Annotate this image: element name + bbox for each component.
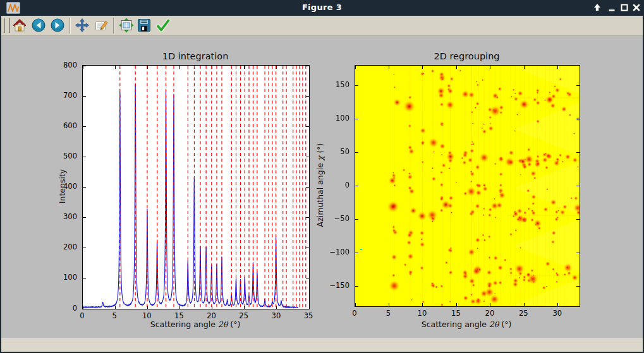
navigation-toolbar bbox=[1, 16, 643, 36]
x-tick-label: 10 bbox=[410, 309, 435, 318]
x-tick-label: 0 bbox=[342, 309, 367, 318]
x-tick-mark bbox=[456, 303, 457, 306]
y-tick-label: 150 bbox=[315, 80, 349, 90]
2d-regrouping-image bbox=[355, 66, 580, 306]
left-plot-xlabel: Scattering angle 2θ (°) bbox=[150, 320, 241, 329]
y-tick-mark bbox=[576, 219, 580, 220]
x-tick-label: 10 bbox=[134, 311, 159, 321]
y-tick-label: 500 bbox=[43, 152, 77, 161]
x-tick-label: 25 bbox=[511, 309, 536, 318]
y-tick-mark bbox=[306, 157, 309, 157]
save-floppy-icon bbox=[137, 18, 152, 33]
minimize-button[interactable] bbox=[606, 2, 617, 13]
y-tick-label: 800 bbox=[43, 61, 77, 70]
x-tick-mark bbox=[557, 66, 558, 69]
close-button[interactable] bbox=[631, 2, 642, 13]
maximize-button[interactable] bbox=[619, 2, 630, 13]
x-tick-mark bbox=[147, 66, 148, 69]
y-tick-mark bbox=[355, 286, 358, 287]
toolbar-separator bbox=[113, 18, 114, 33]
y-tick-mark bbox=[355, 253, 358, 253]
toolbar-separator bbox=[70, 18, 70, 33]
x-tick-mark bbox=[115, 66, 116, 69]
y-tick-label: 400 bbox=[43, 182, 77, 191]
minimize-icon bbox=[609, 9, 615, 11]
y-tick-label: 300 bbox=[43, 212, 77, 222]
x-tick-label: 5 bbox=[376, 309, 401, 318]
x-tick-mark bbox=[422, 303, 423, 306]
x-tick-label: 35 bbox=[296, 311, 321, 321]
y-tick-mark bbox=[306, 66, 309, 66]
title-bar[interactable]: Figure 3 bbox=[0, 0, 644, 16]
shade-button[interactable] bbox=[592, 2, 603, 13]
x-tick-mark bbox=[524, 66, 525, 69]
left-plot-axes[interactable] bbox=[82, 65, 310, 309]
y-tick-label: −100 bbox=[315, 248, 349, 257]
y-tick-label: −50 bbox=[315, 214, 349, 224]
x-tick-label: 15 bbox=[166, 311, 191, 321]
configure-subplots-icon bbox=[119, 18, 134, 33]
y-tick-mark bbox=[306, 96, 309, 97]
y-tick-label: 50 bbox=[315, 147, 349, 157]
y-tick-label: 700 bbox=[43, 91, 77, 100]
x-tick-mark bbox=[212, 66, 212, 69]
x-tick-mark bbox=[244, 306, 245, 309]
right-plot-axes[interactable] bbox=[355, 65, 580, 307]
x-tick-mark bbox=[276, 66, 277, 69]
toolbar-grip[interactable] bbox=[4, 18, 10, 33]
y-tick-mark bbox=[306, 278, 309, 278]
x-tick-mark bbox=[244, 66, 245, 69]
y-tick-mark bbox=[83, 248, 86, 248]
configure-subplots-button[interactable] bbox=[118, 18, 134, 33]
y-tick-label: 100 bbox=[43, 273, 77, 282]
x-tick-mark bbox=[355, 303, 356, 306]
right-plot-xlabel: Scattering angle 2θ (°) bbox=[422, 320, 512, 329]
back-button[interactable] bbox=[30, 18, 46, 33]
pan-button[interactable] bbox=[74, 18, 90, 33]
x-tick-mark bbox=[490, 303, 490, 306]
x-tick-mark bbox=[557, 303, 558, 306]
x-tick-mark bbox=[179, 306, 180, 309]
status-bar bbox=[1, 338, 643, 352]
x-tick-mark bbox=[456, 66, 457, 69]
y-tick-mark bbox=[576, 119, 580, 119]
x-tick-mark bbox=[212, 306, 212, 309]
y-tick-mark bbox=[576, 186, 580, 186]
close-icon bbox=[634, 5, 639, 10]
x-tick-mark bbox=[355, 66, 356, 69]
y-tick-label: 0 bbox=[315, 181, 349, 190]
y-tick-mark bbox=[355, 85, 358, 86]
y-tick-mark bbox=[83, 157, 86, 157]
intensity-curve bbox=[83, 85, 298, 308]
edit-pencil-icon bbox=[94, 18, 109, 33]
x-tick-mark bbox=[179, 66, 180, 69]
y-tick-mark bbox=[306, 248, 309, 248]
apply-button[interactable] bbox=[155, 18, 171, 33]
green-check-icon bbox=[155, 18, 171, 33]
save-button[interactable] bbox=[136, 18, 152, 33]
y-tick-mark bbox=[83, 278, 86, 278]
x-tick-label: 15 bbox=[443, 309, 468, 318]
y-tick-mark bbox=[355, 119, 358, 119]
y-tick-mark bbox=[355, 186, 358, 186]
x-tick-mark bbox=[115, 306, 116, 309]
x-tick-label: 30 bbox=[545, 309, 570, 318]
y-tick-mark bbox=[83, 66, 86, 66]
home-icon bbox=[12, 18, 27, 33]
y-tick-mark bbox=[576, 152, 580, 153]
y-tick-mark bbox=[576, 286, 580, 287]
y-tick-mark bbox=[83, 96, 86, 97]
shade-icon bbox=[594, 4, 600, 11]
x-tick-label: 25 bbox=[231, 311, 257, 321]
home-button[interactable] bbox=[11, 18, 27, 33]
x-tick-mark bbox=[147, 306, 148, 309]
x-tick-mark bbox=[389, 303, 389, 306]
y-tick-mark bbox=[355, 152, 358, 153]
left-plot-title: 1D integration bbox=[82, 51, 308, 61]
pan-arrows-icon bbox=[75, 18, 90, 33]
right-plot-title: 2D regrouping bbox=[355, 51, 579, 61]
y-tick-label: −150 bbox=[315, 281, 349, 290]
x-tick-mark bbox=[422, 66, 423, 69]
edit-parameters-button[interactable] bbox=[93, 18, 109, 33]
forward-button[interactable] bbox=[49, 18, 65, 33]
